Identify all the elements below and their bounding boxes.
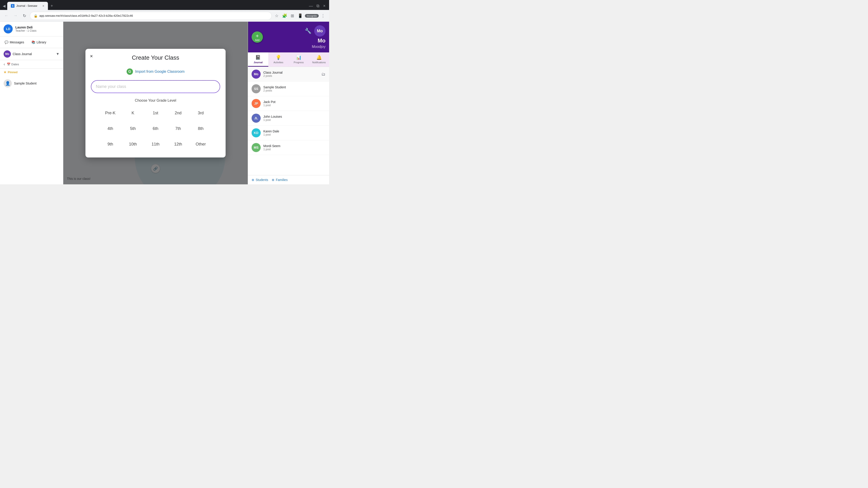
student-name: Sample Student (14, 82, 37, 85)
class-journal-posts: 2 posts (264, 74, 319, 77)
grade-7th[interactable]: 7th (167, 123, 189, 135)
add-families-button[interactable]: ⊕ Families (272, 178, 287, 182)
notifications-icon: 🔔 (316, 55, 322, 60)
right-user-short: Mo (318, 37, 326, 44)
security-icon: 🔒 (34, 14, 37, 18)
bookmark-icon[interactable]: ☆ (274, 12, 280, 20)
menu-icon[interactable]: ⋮ (320, 12, 327, 20)
class-name-label: Class Journal (13, 52, 54, 56)
user-name: Lauren Deli (16, 26, 59, 29)
add-button[interactable]: + Add (252, 31, 263, 43)
grade-6th[interactable]: 6th (144, 123, 167, 135)
grade-11th[interactable]: 11th (144, 138, 167, 150)
grade-9th[interactable]: 9th (99, 138, 122, 150)
window-controls: — ⧉ × (309, 4, 327, 8)
display-icon[interactable]: 📱 (296, 12, 304, 20)
add-students-button[interactable]: ⊕ Students (252, 178, 268, 182)
student-name: Karen Dale (264, 129, 326, 133)
grade-3rd[interactable]: 3rd (189, 107, 212, 119)
grade-12th[interactable]: 12th (167, 138, 189, 150)
address-bar[interactable]: 🔒 app.seesaw.me/#/class/class.e01bf4c2-9… (30, 12, 272, 20)
modal-body: G Import from Google Classroom Choose Yo… (86, 65, 225, 158)
list-item[interactable]: MS Mordi Seem 1 post (248, 140, 329, 155)
user-role: Teacher - 1 Class (16, 29, 59, 32)
date-label: 📅 Dates (7, 63, 19, 66)
split-icon[interactable]: ⊞ (289, 12, 296, 20)
progress-icon: 📊 (296, 55, 302, 60)
add-families-label: Families (276, 178, 287, 182)
date-nav: ‹ 📅 Dates (0, 60, 63, 69)
grade-10th[interactable]: 10th (122, 138, 144, 150)
settings-icon[interactable]: 🔧 (305, 28, 311, 34)
class-name-input[interactable] (91, 80, 220, 93)
modal-close-button[interactable]: × (90, 53, 93, 59)
date-prev-button[interactable]: ‹ (4, 62, 5, 67)
library-nav-item[interactable]: 📚 Library (29, 39, 49, 46)
student-avatar-jp: JP (252, 99, 260, 108)
active-tab[interactable]: S Journal - Seesaw × (7, 2, 48, 10)
star-icon: ★ (4, 70, 6, 74)
class-selector[interactable]: Mo Class Journal ▼ (0, 48, 63, 60)
student-posts: 2 posts (264, 89, 326, 92)
person-icon: 👤 (5, 81, 10, 86)
student-avatar: 👤 (4, 79, 12, 88)
activities-icon: 💡 (276, 55, 281, 60)
tab-activities[interactable]: 💡 Activities (268, 53, 289, 67)
grade-row-1: Pre-K K 1st 2nd 3rd (91, 107, 220, 119)
modal-overlay: × Create Your Class G Import from Google… (63, 22, 248, 184)
minimize-button[interactable]: — (309, 4, 313, 8)
back-button[interactable]: ← (3, 12, 10, 20)
add-families-icon: ⊕ (272, 178, 274, 182)
add-students-icon: ⊕ (252, 178, 254, 182)
add-label: Add (255, 39, 259, 41)
list-item[interactable]: JL John Louises 1 post (248, 111, 329, 126)
class-journal-name: Class Journal (264, 71, 319, 74)
student-avatar-ss: SS (252, 84, 260, 93)
list-item[interactable]: SS Sample Student 2 posts (248, 82, 329, 96)
journal-tab-label: Journal (254, 61, 263, 64)
student-avatar-ms: MS (252, 143, 260, 152)
user-info: Lauren Deli Teacher - 1 Class (16, 26, 59, 32)
grade-level-label: Choose Your Grade Level (91, 98, 220, 103)
maximize-button[interactable]: ⧉ (316, 4, 319, 8)
tab-history-back[interactable]: ◀ (2, 3, 6, 9)
main-content: This is our class! 🔗 × Create Your Class… (63, 22, 248, 184)
extensions-icon[interactable]: 🧩 (281, 12, 288, 20)
right-header: + Add 🔧 Mo Mo Moodjoy (248, 22, 329, 53)
grade-8th[interactable]: 8th (189, 123, 212, 135)
close-button[interactable]: × (323, 4, 326, 8)
tab-close-button[interactable]: × (42, 4, 44, 8)
class-journal-avatar: Mo (252, 70, 260, 78)
grade-k[interactable]: K (122, 107, 144, 119)
list-item[interactable]: KD Karen Dale 1 post (248, 126, 329, 140)
student-name: Jack Pot (264, 100, 326, 104)
student-info: Karen Dale 1 post (264, 129, 326, 136)
forward-button[interactable]: → (12, 12, 19, 20)
class-journal-item[interactable]: Mo Class Journal 2 posts 🗂 (248, 67, 329, 82)
grade-2nd[interactable]: 2nd (167, 107, 189, 119)
grade-other[interactable]: Other (189, 138, 212, 150)
library-label: Library (37, 40, 46, 44)
tab-favicon: S (11, 4, 14, 8)
new-tab-button[interactable]: + (49, 3, 55, 9)
grade-4th[interactable]: 4th (99, 123, 122, 135)
student-item[interactable]: 👤 Sample Student (0, 77, 63, 89)
grade-5th[interactable]: 5th (122, 123, 144, 135)
url-text: app.seesaw.me/#/class/class.e01bf4c2-9a2… (39, 14, 268, 18)
activities-tab-label: Activities (274, 61, 283, 64)
google-import-button[interactable]: G Import from Google Classroom (91, 68, 220, 75)
list-item[interactable]: JP Jack Pot 1 post (248, 96, 329, 111)
reload-button[interactable]: ↻ (21, 12, 28, 20)
messages-nav-item[interactable]: 💬 Messages (2, 39, 27, 46)
modal-title: Create Your Class (91, 54, 220, 61)
folder-icon: 🗂 (321, 72, 326, 76)
messages-label: Messages (10, 40, 24, 44)
modal-header: × Create Your Class (86, 49, 225, 65)
grade-1st[interactable]: 1st (144, 107, 167, 119)
browser-nav: ← → ↻ 🔒 app.seesaw.me/#/class/class.e01b… (0, 10, 329, 22)
grade-prek[interactable]: Pre-K (99, 107, 122, 119)
tab-journal[interactable]: 📓 Journal (248, 53, 268, 67)
tab-notifications[interactable]: 🔔 Notifications (309, 53, 329, 67)
tab-progress[interactable]: 📊 Progress (289, 53, 309, 67)
student-info: Sample Student 2 posts (264, 86, 326, 92)
